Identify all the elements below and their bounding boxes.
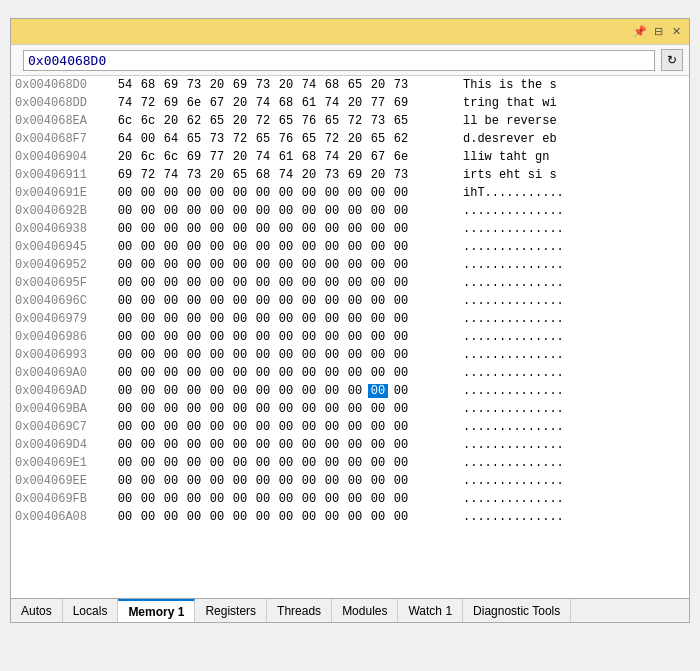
hex-byte: 00 — [253, 186, 273, 200]
title-bar: 📌 ⊟ ✕ — [11, 19, 689, 45]
ascii-column: .............. — [463, 510, 685, 524]
hex-byte: 00 — [253, 348, 273, 362]
tab-modules[interactable]: Modules — [332, 599, 398, 622]
hex-byte: 00 — [322, 204, 342, 218]
hex-byte: 00 — [253, 420, 273, 434]
ascii-column: d.desrever eb — [463, 132, 685, 146]
undock-button[interactable]: ⊟ — [651, 25, 665, 39]
hex-byte: 00 — [115, 348, 135, 362]
hex-bytes: 6c6c2062652072657665727365 — [115, 114, 455, 128]
hex-byte: 00 — [345, 420, 365, 434]
hex-byte: 73 — [368, 114, 388, 128]
hex-byte: 00 — [391, 510, 411, 524]
hex-byte: 00 — [253, 438, 273, 452]
hex-bytes: 00000000000000000000000000 — [115, 384, 455, 398]
memory-address: 0x00406945 — [15, 240, 115, 254]
hex-byte: 00 — [322, 240, 342, 254]
hex-byte: 20 — [230, 150, 250, 164]
close-button[interactable]: ✕ — [669, 25, 683, 39]
hex-bytes: 00000000000000000000000000 — [115, 240, 455, 254]
ascii-column: .............. — [463, 294, 685, 308]
hex-bytes: 00000000000000000000000000 — [115, 222, 455, 236]
hex-byte: 20 — [230, 96, 250, 110]
hex-byte: 00 — [345, 492, 365, 506]
hex-byte: 00 — [115, 420, 135, 434]
hex-byte: 00 — [115, 312, 135, 326]
tab-diagnostic-tools[interactable]: Diagnostic Tools — [463, 599, 571, 622]
hex-byte: 00 — [184, 366, 204, 380]
hex-byte: 00 — [115, 456, 135, 470]
hex-byte: 62 — [184, 114, 204, 128]
memory-address: 0x004068EA — [15, 114, 115, 128]
hex-byte: 00 — [184, 204, 204, 218]
table-row: 0x004069C700000000000000000000000000....… — [11, 418, 689, 436]
refresh-button[interactable]: ↻ — [661, 49, 683, 71]
hex-byte: 00 — [138, 402, 158, 416]
hex-byte: 73 — [322, 168, 342, 182]
hex-byte: 00 — [161, 312, 181, 326]
tab-memory-1[interactable]: Memory 1 — [118, 599, 195, 622]
hex-bytes: 00000000000000000000000000 — [115, 438, 455, 452]
hex-byte: 00 — [207, 186, 227, 200]
memory-address: 0x00406952 — [15, 258, 115, 272]
hex-byte: 00 — [161, 294, 181, 308]
tab-locals[interactable]: Locals — [63, 599, 119, 622]
hex-byte: 72 — [322, 132, 342, 146]
hex-bytes: 00000000000000000000000000 — [115, 366, 455, 380]
hex-byte: 00 — [391, 348, 411, 362]
hex-byte: 00 — [161, 222, 181, 236]
table-row: 0x004069EE00000000000000000000000000....… — [11, 472, 689, 490]
hex-byte: 72 — [138, 168, 158, 182]
address-input[interactable] — [23, 50, 655, 71]
tab-autos[interactable]: Autos — [11, 599, 63, 622]
pin-button[interactable]: 📌 — [633, 25, 647, 39]
tab-watch-1[interactable]: Watch 1 — [398, 599, 463, 622]
table-row: 0x00406A0800000000000000000000000000....… — [11, 508, 689, 526]
memory-address: 0x0040695F — [15, 276, 115, 290]
hex-byte: 00 — [207, 438, 227, 452]
hex-byte: 68 — [322, 78, 342, 92]
hex-byte: 00 — [276, 330, 296, 344]
hex-byte: 00 — [230, 330, 250, 344]
hex-byte: 00 — [345, 258, 365, 272]
hex-byte: 72 — [138, 96, 158, 110]
hex-byte: 00 — [230, 186, 250, 200]
hex-byte: 00 — [138, 492, 158, 506]
hex-byte: 00 — [368, 330, 388, 344]
memory-address: 0x004069C7 — [15, 420, 115, 434]
hex-byte: 68 — [276, 96, 296, 110]
ascii-column: .............. — [463, 420, 685, 434]
hex-byte: 00 — [230, 294, 250, 308]
hex-byte: 00 — [299, 456, 319, 470]
hex-byte: 00 — [138, 330, 158, 344]
table-row: 0x004068F764006465737265766572206562d.de… — [11, 130, 689, 148]
hex-byte: 00 — [391, 420, 411, 434]
memory-address: 0x004069FB — [15, 492, 115, 506]
table-row: 0x0040695200000000000000000000000000....… — [11, 256, 689, 274]
hex-byte: 00 — [161, 474, 181, 488]
hex-byte: 00 — [322, 294, 342, 308]
tab-threads[interactable]: Threads — [267, 599, 332, 622]
hex-byte: 00 — [345, 384, 365, 398]
hex-byte: 00 — [138, 438, 158, 452]
hex-byte: 00 — [207, 456, 227, 470]
ascii-column: .............. — [463, 492, 685, 506]
hex-byte: 00 — [299, 348, 319, 362]
hex-byte: 73 — [184, 78, 204, 92]
hex-byte: 74 — [161, 168, 181, 182]
hex-byte: 74 — [299, 78, 319, 92]
hex-byte: 00 — [253, 222, 273, 236]
hex-byte: 00 — [322, 384, 342, 398]
hex-byte: 20 — [115, 150, 135, 164]
hex-byte: 72 — [230, 132, 250, 146]
hex-byte: 00 — [368, 456, 388, 470]
memory-address: 0x00406938 — [15, 222, 115, 236]
hex-byte: 00 — [184, 510, 204, 524]
memory-window: 📌 ⊟ ✕ ↻ 0x004068D05468697320697320746865… — [10, 18, 690, 623]
hex-byte: 00 — [138, 204, 158, 218]
hex-byte: 00 — [276, 438, 296, 452]
hex-byte: 67 — [368, 150, 388, 164]
hex-bytes: 00000000000000000000000000 — [115, 294, 455, 308]
tab-registers[interactable]: Registers — [195, 599, 267, 622]
memory-address: 0x004068DD — [15, 96, 115, 110]
